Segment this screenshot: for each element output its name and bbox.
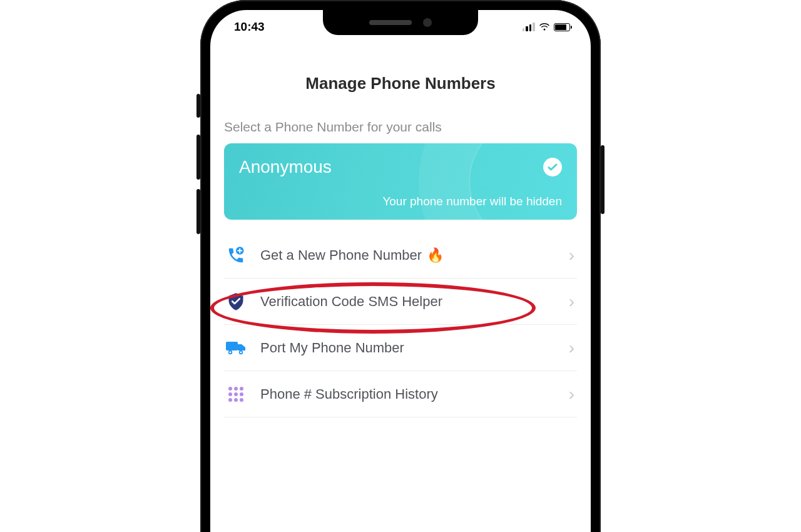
svg-point-11 bbox=[240, 392, 243, 396]
svg-point-3 bbox=[230, 351, 232, 353]
volume-up-button bbox=[196, 135, 200, 180]
card-title: Anonymous bbox=[239, 157, 332, 177]
svg-point-9 bbox=[228, 392, 232, 396]
phone-plus-icon bbox=[224, 246, 248, 265]
card-subtitle: Your phone number will be hidden bbox=[239, 195, 562, 208]
shield-check-icon bbox=[224, 292, 248, 311]
svg-point-7 bbox=[234, 387, 238, 391]
page-title: Manage Phone Numbers bbox=[224, 74, 577, 93]
mute-switch bbox=[196, 94, 200, 118]
menu-item-sms-helper[interactable]: Verification Code SMS Helper › bbox=[224, 279, 577, 325]
content-area: Manage Phone Numbers Select a Phone Numb… bbox=[210, 50, 591, 417]
keypad-icon bbox=[224, 386, 248, 403]
menu-item-port-number[interactable]: Port My Phone Number › bbox=[224, 325, 577, 371]
anonymous-card[interactable]: Anonymous Your phone number will be hidd… bbox=[224, 143, 577, 220]
wifi-icon bbox=[539, 23, 550, 31]
menu-label: Get a New Phone Number 🔥 bbox=[260, 247, 556, 263]
menu-item-get-number[interactable]: Get a New Phone Number 🔥 › bbox=[224, 241, 577, 279]
selected-check-icon bbox=[543, 158, 562, 176]
menu-label: Port My Phone Number bbox=[260, 340, 556, 356]
svg-point-6 bbox=[228, 387, 232, 391]
svg-rect-1 bbox=[226, 342, 238, 350]
screen: 10:43 Manage Phone Numbers Select a Phon… bbox=[210, 10, 591, 532]
svg-point-12 bbox=[228, 398, 232, 402]
status-time: 10:43 bbox=[234, 20, 265, 34]
svg-point-13 bbox=[234, 398, 238, 402]
volume-down-button bbox=[196, 189, 200, 234]
cellular-icon bbox=[523, 23, 535, 31]
svg-point-14 bbox=[240, 398, 243, 402]
section-hint: Select a Phone Number for your calls bbox=[224, 120, 577, 135]
menu-list: Get a New Phone Number 🔥 › Verification … bbox=[224, 241, 577, 417]
truck-icon bbox=[224, 340, 248, 356]
svg-point-10 bbox=[234, 392, 238, 396]
chevron-right-icon: › bbox=[569, 338, 574, 358]
phone-frame: 10:43 Manage Phone Numbers Select a Phon… bbox=[200, 0, 601, 532]
menu-item-sub-history[interactable]: Phone # Subscription History › bbox=[224, 371, 577, 417]
chevron-right-icon: › bbox=[569, 292, 574, 312]
svg-point-8 bbox=[240, 387, 243, 391]
menu-label: Phone # Subscription History bbox=[260, 386, 556, 402]
chevron-right-icon: › bbox=[569, 384, 574, 404]
status-right bbox=[523, 23, 573, 31]
svg-point-5 bbox=[240, 351, 242, 353]
status-bar: 10:43 bbox=[210, 10, 591, 44]
power-button bbox=[601, 145, 605, 214]
chevron-right-icon: › bbox=[569, 245, 574, 265]
fire-icon: 🔥 bbox=[427, 247, 444, 263]
menu-label: Verification Code SMS Helper bbox=[260, 294, 556, 310]
battery-icon bbox=[554, 23, 573, 31]
